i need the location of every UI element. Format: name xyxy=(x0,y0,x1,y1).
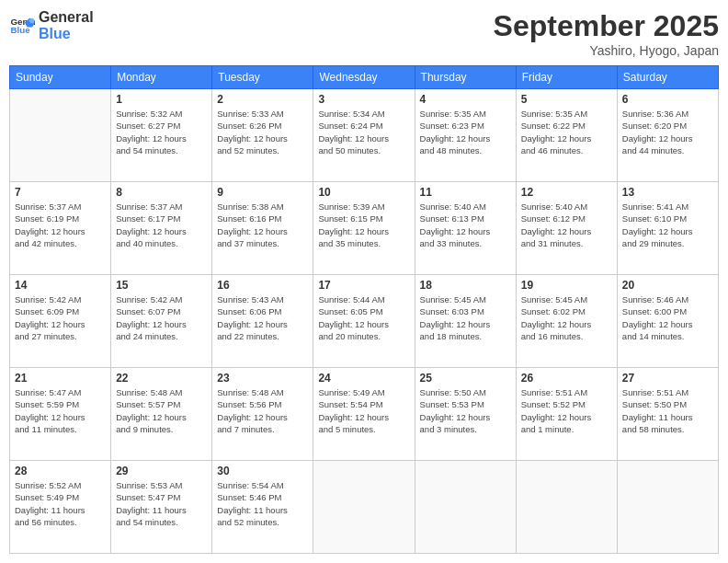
day-cell: 19Sunrise: 5:45 AM Sunset: 6:02 PM Dayli… xyxy=(516,275,617,368)
day-info: Sunrise: 5:48 AM Sunset: 5:57 PM Dayligh… xyxy=(116,386,207,435)
day-info: Sunrise: 5:47 AM Sunset: 5:59 PM Dayligh… xyxy=(15,386,106,435)
col-wednesday: Wednesday xyxy=(313,66,415,89)
day-number: 4 xyxy=(420,93,511,106)
day-cell: 30Sunrise: 5:54 AM Sunset: 5:46 PM Dayli… xyxy=(212,461,313,554)
day-cell: 14Sunrise: 5:42 AM Sunset: 6:09 PM Dayli… xyxy=(10,275,111,368)
day-info: Sunrise: 5:36 AM Sunset: 6:20 PM Dayligh… xyxy=(622,108,713,156)
day-cell xyxy=(516,461,617,554)
day-number: 2 xyxy=(217,93,308,106)
day-number: 7 xyxy=(15,186,106,199)
day-cell: 12Sunrise: 5:40 AM Sunset: 6:12 PM Dayli… xyxy=(516,182,617,275)
day-info: Sunrise: 5:50 AM Sunset: 5:53 PM Dayligh… xyxy=(420,386,511,435)
day-number: 30 xyxy=(217,465,308,477)
col-sunday: Sunday xyxy=(10,66,111,89)
day-number: 13 xyxy=(622,186,713,199)
week-row-2: 7Sunrise: 5:37 AM Sunset: 6:19 PM Daylig… xyxy=(10,182,719,275)
day-cell: 7Sunrise: 5:37 AM Sunset: 6:19 PM Daylig… xyxy=(10,182,111,275)
day-number: 29 xyxy=(116,465,207,477)
day-cell: 1Sunrise: 5:32 AM Sunset: 6:27 PM Daylig… xyxy=(111,89,212,182)
day-number: 26 xyxy=(521,372,612,385)
day-info: Sunrise: 5:37 AM Sunset: 6:17 PM Dayligh… xyxy=(116,201,207,249)
day-cell: 24Sunrise: 5:49 AM Sunset: 5:54 PM Dayli… xyxy=(313,368,415,461)
day-cell xyxy=(617,461,718,554)
header: General Blue General Blue September 2025… xyxy=(9,9,719,58)
week-row-3: 14Sunrise: 5:42 AM Sunset: 6:09 PM Dayli… xyxy=(10,275,719,368)
day-number: 17 xyxy=(318,279,409,292)
day-info: Sunrise: 5:52 AM Sunset: 5:49 PM Dayligh… xyxy=(15,479,106,528)
day-info: Sunrise: 5:41 AM Sunset: 6:10 PM Dayligh… xyxy=(622,201,713,249)
day-info: Sunrise: 5:44 AM Sunset: 6:05 PM Dayligh… xyxy=(318,293,409,342)
day-cell: 25Sunrise: 5:50 AM Sunset: 5:53 PM Dayli… xyxy=(415,368,516,461)
week-row-1: 1Sunrise: 5:32 AM Sunset: 6:27 PM Daylig… xyxy=(10,89,719,182)
day-number: 3 xyxy=(318,93,409,106)
day-number: 21 xyxy=(15,372,106,385)
day-number: 1 xyxy=(116,93,207,106)
day-info: Sunrise: 5:33 AM Sunset: 6:26 PM Dayligh… xyxy=(217,108,308,156)
day-cell: 17Sunrise: 5:44 AM Sunset: 6:05 PM Dayli… xyxy=(313,275,415,368)
day-number: 10 xyxy=(318,186,409,199)
day-info: Sunrise: 5:38 AM Sunset: 6:16 PM Dayligh… xyxy=(217,201,308,249)
col-thursday: Thursday xyxy=(415,66,516,89)
day-number: 16 xyxy=(217,279,308,292)
month-title: September 2025 xyxy=(494,9,719,43)
day-number: 24 xyxy=(318,372,409,385)
day-cell: 3Sunrise: 5:34 AM Sunset: 6:24 PM Daylig… xyxy=(313,89,415,182)
day-number: 25 xyxy=(420,372,511,385)
day-cell xyxy=(313,461,415,554)
day-number: 6 xyxy=(622,93,713,106)
day-cell: 2Sunrise: 5:33 AM Sunset: 6:26 PM Daylig… xyxy=(212,89,313,182)
day-info: Sunrise: 5:45 AM Sunset: 6:03 PM Dayligh… xyxy=(420,293,511,342)
logo: General Blue General Blue xyxy=(9,9,94,41)
day-info: Sunrise: 5:40 AM Sunset: 6:12 PM Dayligh… xyxy=(521,201,612,249)
day-cell: 15Sunrise: 5:42 AM Sunset: 6:07 PM Dayli… xyxy=(111,275,212,368)
day-cell: 10Sunrise: 5:39 AM Sunset: 6:15 PM Dayli… xyxy=(313,182,415,275)
day-cell: 8Sunrise: 5:37 AM Sunset: 6:17 PM Daylig… xyxy=(111,182,212,275)
day-cell: 5Sunrise: 5:35 AM Sunset: 6:22 PM Daylig… xyxy=(516,89,617,182)
col-tuesday: Tuesday xyxy=(212,66,313,89)
day-number: 22 xyxy=(116,372,207,385)
day-number: 14 xyxy=(15,279,106,292)
location: Yashiro, Hyogo, Japan xyxy=(494,43,719,58)
day-info: Sunrise: 5:43 AM Sunset: 6:06 PM Dayligh… xyxy=(217,293,308,342)
day-cell: 26Sunrise: 5:51 AM Sunset: 5:52 PM Dayli… xyxy=(516,368,617,461)
calendar-header-row: Sunday Monday Tuesday Wednesday Thursday… xyxy=(10,66,719,89)
day-cell: 23Sunrise: 5:48 AM Sunset: 5:56 PM Dayli… xyxy=(212,368,313,461)
day-cell: 28Sunrise: 5:52 AM Sunset: 5:49 PM Dayli… xyxy=(10,461,111,554)
title-block: September 2025 Yashiro, Hyogo, Japan xyxy=(494,9,719,58)
day-info: Sunrise: 5:51 AM Sunset: 5:52 PM Dayligh… xyxy=(521,386,612,435)
day-info: Sunrise: 5:53 AM Sunset: 5:47 PM Dayligh… xyxy=(116,479,207,528)
day-info: Sunrise: 5:48 AM Sunset: 5:56 PM Dayligh… xyxy=(217,386,308,435)
day-number: 11 xyxy=(420,186,511,199)
day-number: 18 xyxy=(420,279,511,292)
day-number: 23 xyxy=(217,372,308,385)
day-cell: 21Sunrise: 5:47 AM Sunset: 5:59 PM Dayli… xyxy=(10,368,111,461)
day-info: Sunrise: 5:34 AM Sunset: 6:24 PM Dayligh… xyxy=(318,108,409,156)
day-number: 28 xyxy=(15,465,106,477)
day-cell: 13Sunrise: 5:41 AM Sunset: 6:10 PM Dayli… xyxy=(617,182,718,275)
day-info: Sunrise: 5:49 AM Sunset: 5:54 PM Dayligh… xyxy=(318,386,409,435)
logo-icon: General Blue xyxy=(9,13,35,39)
day-info: Sunrise: 5:51 AM Sunset: 5:50 PM Dayligh… xyxy=(622,386,713,435)
col-friday: Friday xyxy=(516,66,617,89)
day-info: Sunrise: 5:42 AM Sunset: 6:09 PM Dayligh… xyxy=(15,293,106,342)
day-cell: 22Sunrise: 5:48 AM Sunset: 5:57 PM Dayli… xyxy=(111,368,212,461)
week-row-4: 21Sunrise: 5:47 AM Sunset: 5:59 PM Dayli… xyxy=(10,368,719,461)
day-info: Sunrise: 5:35 AM Sunset: 6:23 PM Dayligh… xyxy=(420,108,511,156)
logo-general: General xyxy=(39,9,94,26)
day-cell: 20Sunrise: 5:46 AM Sunset: 6:00 PM Dayli… xyxy=(617,275,718,368)
day-info: Sunrise: 5:40 AM Sunset: 6:13 PM Dayligh… xyxy=(420,201,511,249)
day-info: Sunrise: 5:42 AM Sunset: 6:07 PM Dayligh… xyxy=(116,293,207,342)
day-cell: 4Sunrise: 5:35 AM Sunset: 6:23 PM Daylig… xyxy=(415,89,516,182)
day-info: Sunrise: 5:32 AM Sunset: 6:27 PM Dayligh… xyxy=(116,108,207,156)
day-info: Sunrise: 5:35 AM Sunset: 6:22 PM Dayligh… xyxy=(521,108,612,156)
day-info: Sunrise: 5:39 AM Sunset: 6:15 PM Dayligh… xyxy=(318,201,409,249)
day-number: 19 xyxy=(521,279,612,292)
day-number: 8 xyxy=(116,186,207,199)
day-cell: 16Sunrise: 5:43 AM Sunset: 6:06 PM Dayli… xyxy=(212,275,313,368)
day-cell: 29Sunrise: 5:53 AM Sunset: 5:47 PM Dayli… xyxy=(111,461,212,554)
day-cell: 18Sunrise: 5:45 AM Sunset: 6:03 PM Dayli… xyxy=(415,275,516,368)
logo-blue: Blue xyxy=(39,26,94,42)
day-number: 20 xyxy=(622,279,713,292)
day-cell: 27Sunrise: 5:51 AM Sunset: 5:50 PM Dayli… xyxy=(617,368,718,461)
day-cell: 6Sunrise: 5:36 AM Sunset: 6:20 PM Daylig… xyxy=(617,89,718,182)
